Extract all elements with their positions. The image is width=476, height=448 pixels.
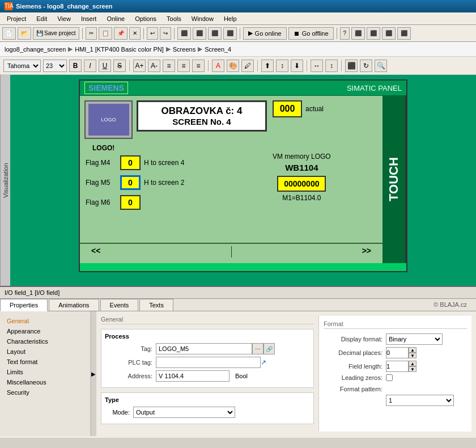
tb-misc-1[interactable]: ⬛ xyxy=(351,27,365,40)
mode-select[interactable]: Output Input Input/Output xyxy=(133,407,235,418)
sidebar-item-layout[interactable]: Layout xyxy=(0,346,90,357)
undo-button[interactable]: ↩ xyxy=(147,27,158,40)
tb-misc-3[interactable]: ⬛ xyxy=(382,27,396,40)
strikethrough-button[interactable]: S xyxy=(113,60,126,72)
menu-edit[interactable]: Edit xyxy=(32,14,52,23)
tb-btn-c[interactable]: ⬛ xyxy=(208,27,222,40)
panel-content: General Appearance Characteristics Layou… xyxy=(0,311,476,436)
sidebar-item-security[interactable]: Security xyxy=(0,387,90,398)
distribute-v[interactable]: ↕ xyxy=(325,60,338,72)
menu-window[interactable]: Window xyxy=(187,14,218,23)
decimal-places-input[interactable] xyxy=(386,347,409,358)
tab-properties[interactable]: Properties xyxy=(0,299,48,311)
field-length-input[interactable] xyxy=(386,361,409,372)
tb-misc-2[interactable]: ⬛ xyxy=(367,27,380,40)
nav-row: << >> xyxy=(80,243,382,260)
actual-value-box[interactable]: 000 xyxy=(273,100,302,117)
font-color-button[interactable]: A xyxy=(212,60,224,72)
menu-tools[interactable]: Tools xyxy=(162,14,186,23)
sidebar-item-miscellaneous[interactable]: Miscellaneous xyxy=(0,377,90,387)
align-center[interactable]: ≡ xyxy=(177,60,190,72)
delete-button[interactable]: ✕ xyxy=(129,27,141,40)
align-bottom[interactable]: ⬇ xyxy=(291,60,303,72)
distribute-h[interactable]: ↔ xyxy=(311,60,323,72)
breadcrumb-item-4[interactable]: Screen_4 xyxy=(205,46,231,53)
text-separator-1 xyxy=(129,60,130,71)
decimal-places-down[interactable]: ▼ xyxy=(409,353,416,358)
align-middle[interactable]: ↕ xyxy=(276,60,288,72)
field-length-down[interactable]: ▼ xyxy=(409,366,416,372)
nav-left-btn[interactable]: << xyxy=(91,246,100,257)
border-color-button[interactable]: 🖊 xyxy=(241,60,254,72)
address-input[interactable] xyxy=(156,370,230,382)
flag-m4-value[interactable]: 0 xyxy=(120,155,141,170)
cut-button[interactable]: ✂ xyxy=(86,27,97,40)
save-project-button[interactable]: 💾 Save project xyxy=(33,27,79,40)
mirror-button[interactable]: ⬛ xyxy=(345,60,358,72)
tb-misc-4[interactable]: ⬛ xyxy=(397,27,411,40)
italic-button[interactable]: I xyxy=(84,60,96,72)
decimal-places-spinner[interactable]: ▲ ▼ xyxy=(409,347,416,358)
bg-color-button[interactable]: 🎨 xyxy=(227,60,239,72)
field-length-up[interactable]: ▲ xyxy=(409,361,416,366)
tb-btn-a[interactable]: ⬛ xyxy=(177,27,191,40)
tag-link-button[interactable]: 🔗 xyxy=(264,343,275,354)
menu-online[interactable]: Online xyxy=(102,14,129,23)
flag-m6-value[interactable]: 0 xyxy=(120,195,141,210)
sidebar-item-limits[interactable]: Limits xyxy=(0,367,90,377)
tag-browse-button[interactable]: ⋯ xyxy=(252,343,264,354)
nav-right-btn[interactable]: >> xyxy=(362,246,371,257)
font-size-increase[interactable]: A+ xyxy=(133,60,146,72)
tb-btn-b[interactable]: ⬛ xyxy=(193,27,206,40)
tb-btn-d[interactable]: ⬛ xyxy=(223,27,237,40)
menu-help[interactable]: Help xyxy=(219,14,241,23)
copy-button[interactable]: 📋 xyxy=(99,27,112,40)
font-size-select[interactable]: 23 xyxy=(43,60,67,72)
menu-view[interactable]: View xyxy=(53,14,75,23)
new-button[interactable]: 📄 xyxy=(2,27,16,40)
flag-m5-value[interactable]: 0 xyxy=(120,175,141,190)
menu-insert[interactable]: Insert xyxy=(76,14,101,23)
bold-button[interactable]: B xyxy=(69,60,82,72)
rotate-button[interactable]: ↻ xyxy=(360,60,372,72)
display-format-row: Display format: Binary Decimal Hex Octal xyxy=(324,333,467,345)
breadcrumb-item-2[interactable]: HMI_1 [KTP400 Basic color PN] xyxy=(75,46,164,53)
display-format-select[interactable]: Binary Decimal Hex Octal xyxy=(386,333,443,345)
tab-texts[interactable]: Texts xyxy=(139,299,173,311)
font-family-select[interactable]: Tahoma xyxy=(3,60,41,72)
zoom-button[interactable]: 🔍 xyxy=(375,60,387,72)
address-row: Address: Bool xyxy=(105,370,310,382)
sidebar-item-text-format[interactable]: Text format xyxy=(0,357,90,367)
format-pattern-select[interactable]: 1 xyxy=(386,395,454,406)
sidebar-item-appearance[interactable]: Appearance xyxy=(0,326,90,336)
canvas-area[interactable]: SIEMENS SIMATIC PANEL TOUCH LOGO OBRAZOV… xyxy=(10,75,476,286)
menu-project[interactable]: Project xyxy=(2,14,31,23)
align-right[interactable]: ≡ xyxy=(192,60,205,72)
align-left[interactable]: ≡ xyxy=(163,60,175,72)
binary-value-box[interactable]: 00000000 xyxy=(277,176,326,192)
breadcrumb-item-1[interactable]: logo8_change_screen xyxy=(5,46,66,53)
sidebar-item-characteristics[interactable]: Characteristics xyxy=(0,336,90,346)
field-length-spinner[interactable]: ▲ ▼ xyxy=(409,361,416,372)
decimal-places-up[interactable]: ▲ xyxy=(409,347,416,353)
go-offline-button[interactable]: ⏹ Go offline xyxy=(288,27,334,40)
go-online-button[interactable]: ▶ Go online xyxy=(243,27,287,40)
breadcrumb-item-3[interactable]: Screens xyxy=(173,46,196,53)
sidebar-item-general[interactable]: General xyxy=(0,316,90,326)
menu-options[interactable]: Options xyxy=(130,14,161,23)
help-button[interactable]: ? xyxy=(340,27,350,40)
tag-input[interactable] xyxy=(156,343,252,354)
paste-button[interactable]: 📌 xyxy=(114,27,128,40)
redo-button[interactable]: ↪ xyxy=(160,27,171,40)
tab-animations[interactable]: Animations xyxy=(49,299,99,311)
underline-button[interactable]: U xyxy=(99,60,111,72)
font-size-decrease[interactable]: A- xyxy=(148,60,160,72)
align-top[interactable]: ⬆ xyxy=(261,60,274,72)
open-button[interactable]: 📂 xyxy=(18,27,31,40)
tab-events[interactable]: Events xyxy=(100,299,139,311)
plc-tag-input[interactable] xyxy=(156,357,261,368)
simatic-panel-label: SIMATIC PANEL xyxy=(347,84,402,92)
sidebar-collapse-arrow[interactable]: ▶ xyxy=(91,311,96,436)
leading-zeros-checkbox[interactable] xyxy=(386,374,393,381)
plc-tag-ext-link[interactable]: ↗ xyxy=(261,358,266,366)
